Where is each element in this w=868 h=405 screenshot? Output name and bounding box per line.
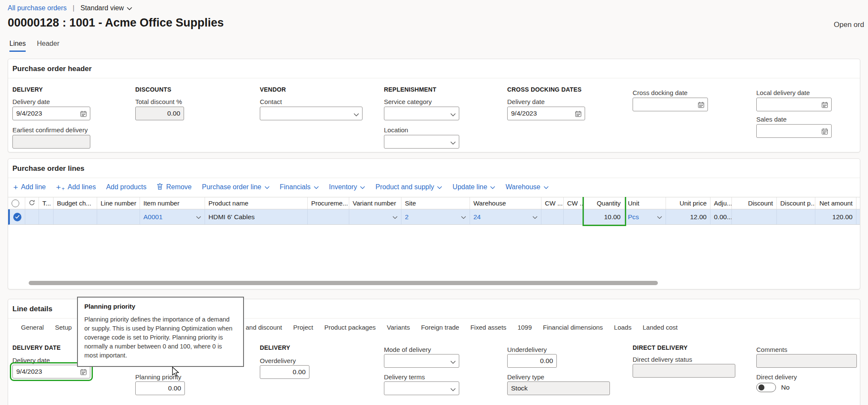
- cross-docking-date-field[interactable]: [633, 98, 708, 111]
- column-header-budget-check[interactable]: Budget ch...: [54, 197, 97, 209]
- column-header-procurement[interactable]: Procureme...: [308, 197, 349, 209]
- row-warehouse-cell[interactable]: 24: [470, 209, 541, 224]
- row-adjusted-cell[interactable]: 0.00...: [710, 209, 732, 224]
- select-all-column-header[interactable]: [8, 197, 25, 209]
- breadcrumb-back-link[interactable]: All purchase orders: [8, 4, 67, 12]
- contact-combobox[interactable]: [260, 107, 363, 120]
- ld-tab-setup[interactable]: Setup: [55, 324, 71, 331]
- update-line-menu[interactable]: Update line: [452, 183, 495, 191]
- ld-tab-product-packages[interactable]: Product packages: [324, 324, 376, 331]
- column-header-adjusted[interactable]: Adju...: [710, 197, 732, 209]
- column-header-net-amount[interactable]: Net amount: [815, 197, 856, 209]
- row-unit-cell[interactable]: Pcs: [624, 209, 666, 224]
- cd-delivery-date-field[interactable]: [507, 107, 585, 120]
- column-header-line-number[interactable]: Line number: [97, 197, 140, 209]
- chevron-down-icon[interactable]: [657, 213, 662, 221]
- column-header-warehouse[interactable]: Warehouse: [470, 197, 541, 209]
- column-header-quantity[interactable]: Quantity: [584, 197, 624, 209]
- calendar-icon[interactable]: [821, 101, 828, 110]
- purchase-order-line-menu[interactable]: Purchase order line: [202, 183, 270, 191]
- tab-lines[interactable]: Lines: [9, 40, 26, 52]
- tab-header[interactable]: Header: [37, 40, 59, 52]
- sales-date-field[interactable]: [756, 124, 832, 138]
- horizontal-scrollbar[interactable]: [8, 280, 860, 286]
- calendar-icon[interactable]: [80, 110, 87, 119]
- chevron-down-icon[interactable]: [354, 110, 359, 118]
- location-combobox[interactable]: [384, 135, 459, 149]
- inventory-menu[interactable]: Inventory: [329, 183, 366, 191]
- refresh-column-header[interactable]: [25, 197, 39, 209]
- column-header-cw2[interactable]: CW ...: [564, 197, 584, 209]
- open-order-button[interactable]: Open ord: [834, 21, 864, 29]
- product-and-supply-menu[interactable]: Product and supply: [375, 183, 442, 191]
- column-header-product-name[interactable]: Product name: [205, 197, 308, 209]
- local-delivery-date-field[interactable]: [756, 98, 832, 111]
- chevron-down-icon[interactable]: [532, 213, 538, 221]
- column-header-variant-number[interactable]: Variant number: [349, 197, 401, 209]
- ld-delivery-date-input[interactable]: [13, 365, 90, 378]
- column-header-type[interactable]: T...: [39, 197, 54, 209]
- column-header-site[interactable]: Site: [401, 197, 470, 209]
- calendar-icon[interactable]: [698, 101, 705, 110]
- column-header-discount[interactable]: Discount: [732, 197, 777, 209]
- add-products-button[interactable]: Add products: [106, 183, 146, 191]
- chevron-down-icon[interactable]: [461, 213, 466, 221]
- chevron-down-icon[interactable]: [392, 213, 398, 221]
- row-net-amount-cell[interactable]: 120.00: [815, 209, 856, 224]
- column-header-unit[interactable]: Unit: [624, 197, 666, 209]
- column-header-discount-percent[interactable]: Discount p...: [777, 197, 815, 209]
- chevron-down-icon[interactable]: [196, 213, 201, 221]
- ld-tab-general[interactable]: General: [21, 324, 44, 331]
- row-product-name-cell[interactable]: HDMI 6' Cables: [205, 209, 308, 224]
- chevron-down-icon[interactable]: [450, 110, 456, 118]
- chevron-down-icon[interactable]: [450, 139, 456, 146]
- financials-menu[interactable]: Financials: [280, 183, 319, 191]
- grid-row-selected[interactable]: A0001 HDMI 6' Cables 2 24 10.00 Pcs 12.0…: [8, 209, 860, 225]
- underdelivery-input[interactable]: [507, 354, 557, 368]
- delivery-terms-combobox[interactable]: [384, 381, 459, 395]
- overdelivery-input[interactable]: [260, 365, 309, 379]
- row-procurement-cell[interactable]: [308, 209, 349, 224]
- calendar-icon[interactable]: [821, 128, 828, 137]
- column-header-item-number[interactable]: Item number: [140, 197, 205, 209]
- ld-tab-project[interactable]: Project: [293, 324, 313, 331]
- remove-button[interactable]: Remove: [157, 183, 192, 192]
- row-item-number-cell[interactable]: A0001: [140, 209, 205, 224]
- row-unit-price-cell[interactable]: 12.00: [666, 209, 710, 224]
- warehouse-menu[interactable]: Warehouse: [505, 183, 548, 191]
- chevron-down-icon[interactable]: [450, 385, 456, 393]
- service-category-combobox[interactable]: [384, 107, 459, 120]
- ld-tab-foreign-trade[interactable]: Foreign trade: [421, 324, 459, 331]
- ld-tab-loads[interactable]: Loads: [614, 324, 632, 331]
- row-variant-number-cell[interactable]: [349, 209, 401, 224]
- view-selector[interactable]: Standard view: [80, 4, 132, 12]
- horizontal-scrollbar-thumb[interactable]: [29, 281, 658, 285]
- column-header-cw1[interactable]: CW ...: [541, 197, 564, 209]
- row-discount-percent-cell[interactable]: [777, 209, 815, 224]
- cross-docking-date-input[interactable]: [633, 98, 707, 111]
- row-select-cell[interactable]: [10, 209, 25, 224]
- calendar-icon[interactable]: [80, 369, 87, 377]
- ld-tab-1099[interactable]: 1099: [517, 324, 532, 331]
- row-site-cell[interactable]: 2: [401, 209, 470, 224]
- ld-tab-fixed-assets[interactable]: Fixed assets: [470, 324, 506, 331]
- chevron-down-icon[interactable]: [450, 358, 456, 366]
- local-delivery-date-input[interactable]: [757, 98, 831, 111]
- add-line-button[interactable]: +Add line: [13, 183, 46, 191]
- mode-of-delivery-combobox[interactable]: [384, 354, 459, 368]
- direct-delivery-toggle[interactable]: [756, 383, 776, 392]
- calendar-icon[interactable]: [575, 110, 582, 119]
- planning-priority-input[interactable]: [135, 381, 185, 395]
- row-discount-cell[interactable]: [732, 209, 777, 224]
- ld-tab-financial-dimensions[interactable]: Financial dimensions: [543, 324, 603, 331]
- ld-tab-landed-cost[interactable]: Landed cost: [642, 324, 678, 331]
- cd-delivery-date-input[interactable]: [508, 107, 585, 120]
- sales-date-input[interactable]: [757, 125, 831, 137]
- delivery-date-input[interactable]: [13, 107, 90, 120]
- delivery-date-field[interactable]: [12, 107, 90, 120]
- column-header-unit-price[interactable]: Unit price: [666, 197, 710, 209]
- ld-tab-variants[interactable]: Variants: [387, 324, 410, 331]
- add-lines-button[interactable]: ++Add lines: [56, 183, 96, 192]
- row-quantity-cell[interactable]: 10.00: [584, 209, 624, 224]
- column-header-agreement[interactable]: A: [856, 197, 860, 209]
